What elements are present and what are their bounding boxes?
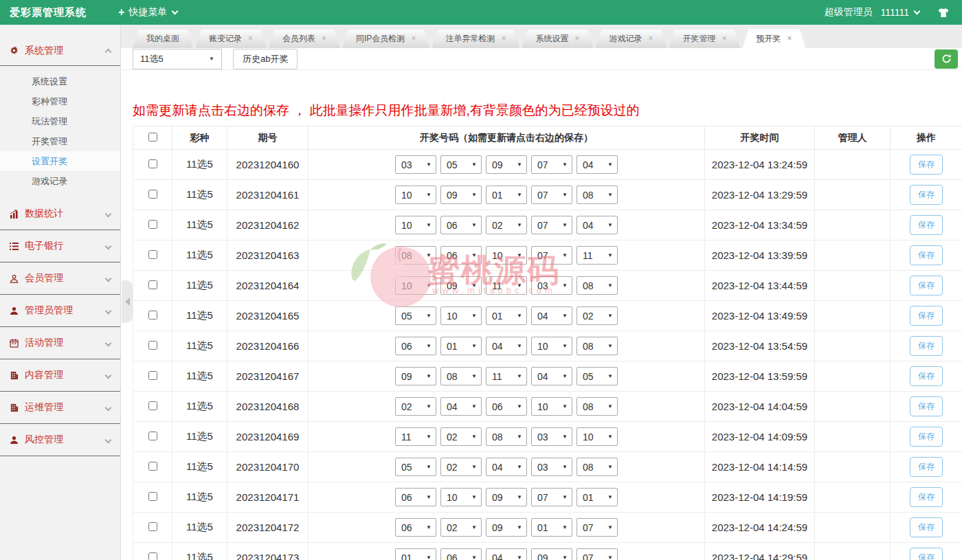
number-select-3[interactable]: 04▼ (486, 337, 527, 355)
number-select-2[interactable]: 05▼ (440, 155, 482, 174)
tab-6[interactable]: 系统设置× (522, 30, 593, 48)
sidebar-section-4[interactable]: 会员管理 (0, 262, 120, 295)
number-select-4[interactable]: 03▼ (531, 276, 572, 295)
number-select-2[interactable]: 02▼ (440, 458, 482, 476)
row-checkbox[interactable] (148, 280, 157, 289)
tab-close-icon[interactable]: × (248, 34, 253, 43)
number-select-1[interactable]: 06▼ (395, 518, 436, 537)
sidebar-section-9[interactable]: 风控管理 (0, 424, 120, 456)
sidebar-section-1[interactable]: 系统管理 (0, 36, 120, 66)
number-select-1[interactable]: 01▼ (395, 548, 436, 560)
number-select-3[interactable]: 09▼ (486, 155, 527, 174)
number-select-1[interactable]: 10▼ (395, 216, 436, 234)
tab-2[interactable]: 账变记录× (195, 30, 267, 48)
sidebar-item-3[interactable]: 玩法管理 (0, 111, 120, 131)
number-select-1[interactable]: 03▼ (395, 155, 436, 174)
number-select-2[interactable]: 06▼ (440, 216, 482, 234)
number-select-4[interactable]: 10▼ (531, 397, 572, 416)
number-select-5[interactable]: 01▼ (577, 488, 618, 506)
sidebar-item-2[interactable]: 彩种管理 (0, 91, 120, 111)
number-select-1[interactable]: 09▼ (395, 367, 436, 385)
number-select-4[interactable]: 01▼ (531, 518, 572, 537)
save-button[interactable]: 保存 (910, 215, 943, 235)
number-select-2[interactable]: 04▼ (440, 397, 482, 416)
row-checkbox[interactable] (148, 190, 157, 199)
tab-close-icon[interactable]: × (322, 34, 326, 43)
save-button[interactable]: 保存 (910, 427, 943, 447)
sidebar-item-5[interactable]: 设置开奖 (0, 151, 120, 171)
number-select-5[interactable]: 02▼ (577, 306, 618, 325)
number-select-5[interactable]: 08▼ (577, 276, 618, 295)
select-all-checkbox[interactable] (148, 133, 157, 142)
number-select-3[interactable]: 09▼ (486, 488, 527, 506)
save-button[interactable]: 保存 (910, 306, 943, 326)
user-menu[interactable]: 超级管理员 111111 (824, 6, 919, 19)
number-select-3[interactable]: 08▼ (486, 427, 527, 446)
quick-menu-button[interactable]: + 快捷菜单 (118, 6, 177, 19)
number-select-1[interactable]: 11▼ (395, 427, 436, 446)
history-ab-draw-button[interactable]: 历史ab开奖 (233, 49, 298, 69)
number-select-2[interactable]: 09▼ (440, 186, 482, 204)
save-button[interactable]: 保存 (910, 487, 943, 507)
row-checkbox[interactable] (148, 552, 157, 560)
row-checkbox[interactable] (148, 341, 157, 350)
row-checkbox[interactable] (148, 311, 157, 320)
row-checkbox[interactable] (148, 432, 157, 440)
number-select-2[interactable]: 08▼ (440, 367, 482, 385)
number-select-4[interactable]: 07▼ (531, 246, 572, 265)
row-checkbox[interactable] (148, 462, 157, 471)
number-select-5[interactable]: 08▼ (577, 458, 618, 476)
number-select-2[interactable]: 02▼ (440, 518, 482, 537)
sidebar-item-6[interactable]: 游戏记录 (0, 171, 120, 191)
row-checkbox[interactable] (148, 522, 157, 531)
number-select-4[interactable]: 07▼ (531, 488, 572, 506)
number-select-4[interactable]: 03▼ (531, 427, 572, 446)
number-select-2[interactable]: 01▼ (440, 337, 482, 355)
number-select-4[interactable]: 07▼ (531, 186, 572, 204)
number-select-1[interactable]: 05▼ (395, 306, 436, 325)
save-button[interactable]: 保存 (910, 336, 943, 356)
tab-1[interactable]: 我的桌面 (133, 30, 193, 48)
number-select-3[interactable]: 06▼ (486, 397, 527, 416)
tab-close-icon[interactable]: × (722, 34, 726, 43)
number-select-5[interactable]: 10▼ (577, 427, 618, 446)
sidebar-section-6[interactable]: 活动管理 (0, 327, 120, 359)
number-select-5[interactable]: 07▼ (577, 518, 618, 537)
number-select-4[interactable]: 07▼ (531, 216, 572, 234)
save-button[interactable]: 保存 (910, 366, 943, 386)
number-select-3[interactable]: 04▼ (486, 548, 527, 560)
theme-shirt-icon[interactable] (937, 8, 950, 18)
sidebar-section-8[interactable]: 运维管理 (0, 392, 120, 424)
number-select-4[interactable]: 03▼ (531, 458, 572, 476)
sidebar-section-7[interactable]: 内容管理 (0, 359, 120, 392)
number-select-1[interactable]: 10▼ (395, 276, 436, 295)
tab-9[interactable]: 预开奖× (742, 29, 805, 48)
number-select-5[interactable]: 08▼ (577, 397, 618, 416)
tab-close-icon[interactable]: × (574, 34, 579, 43)
row-checkbox[interactable] (148, 220, 157, 229)
number-select-3[interactable]: 02▼ (486, 216, 527, 234)
number-select-3[interactable]: 04▼ (486, 458, 527, 476)
number-select-1[interactable]: 08▼ (395, 246, 436, 265)
number-select-1[interactable]: 06▼ (395, 337, 436, 355)
save-button[interactable]: 保存 (910, 185, 943, 205)
number-select-1[interactable]: 05▼ (395, 458, 436, 476)
lottery-type-select[interactable]: 11选5 ▼ (133, 49, 222, 69)
number-select-5[interactable]: 11▼ (577, 246, 618, 265)
row-checkbox[interactable] (148, 250, 157, 259)
number-select-4[interactable]: 04▼ (531, 367, 572, 385)
number-select-1[interactable]: 02▼ (395, 397, 436, 416)
number-select-2[interactable]: 02▼ (440, 427, 482, 446)
number-select-3[interactable]: 01▼ (486, 186, 527, 204)
number-select-3[interactable]: 11▼ (486, 276, 527, 295)
save-button[interactable]: 保存 (910, 457, 943, 477)
row-checkbox[interactable] (148, 371, 157, 380)
tab-close-icon[interactable]: × (411, 34, 416, 43)
number-select-3[interactable]: 10▼ (486, 246, 527, 265)
tab-3[interactable]: 会员列表× (269, 30, 340, 48)
save-button[interactable]: 保存 (910, 517, 943, 537)
save-button[interactable]: 保存 (910, 548, 943, 560)
number-select-3[interactable]: 01▼ (486, 306, 527, 325)
number-select-4[interactable]: 07▼ (531, 155, 572, 174)
number-select-2[interactable]: 10▼ (440, 306, 482, 325)
